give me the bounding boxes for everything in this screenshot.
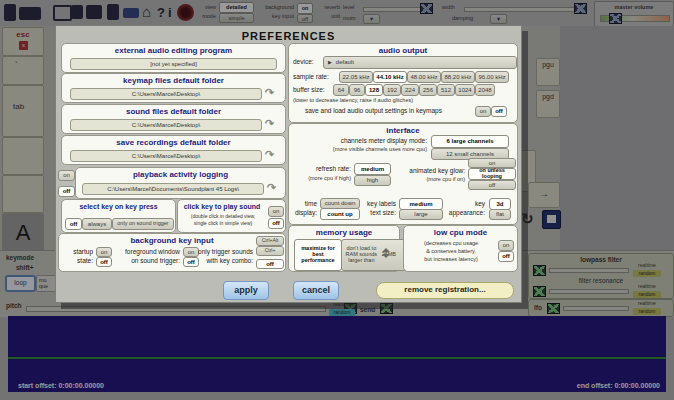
recordings-folder-section: save recordings default folder C:\Users\…: [61, 135, 286, 165]
bki-combo-label-1: only trigger sounds: [193, 248, 253, 255]
memory-dont-load-label: don't load to RAM sounds larger than: [343, 246, 380, 263]
low-cpu-section: low cpu mode (decreases cpu usage & cons…: [403, 225, 518, 272]
labels-large-button[interactable]: large: [399, 209, 443, 220]
click-key-on-button[interactable]: on: [268, 206, 284, 217]
low-cpu-on-button[interactable]: on: [498, 240, 514, 251]
buffer-224-button[interactable]: 224: [401, 84, 419, 96]
sound-folder-field[interactable]: C:\Users\Marcel\Desktop\: [70, 119, 262, 131]
memory-size-stepper[interactable]: [383, 239, 393, 267]
buffer-512-button[interactable]: 512: [437, 84, 455, 96]
buffer-size-label: buffer size:: [293, 86, 325, 93]
buffer-2048-button[interactable]: 2048: [475, 84, 495, 96]
sound-folder-title: sound files default folder: [62, 107, 285, 116]
buffer-64-button[interactable]: 64: [333, 84, 349, 96]
appearance-flat-button[interactable]: flat: [489, 209, 511, 220]
glow-off-button[interactable]: off: [468, 180, 516, 190]
bki-startup-label-2: state:: [61, 257, 93, 264]
interface-section: interface channels meter display mode: (…: [288, 123, 518, 225]
refresh-rate-label: refresh rate:: [291, 165, 351, 172]
key-labels-label-2: text size:: [360, 209, 396, 216]
bki-startup-off-button[interactable]: off: [96, 257, 112, 267]
recordings-folder-title: save recordings default folder: [62, 138, 285, 147]
keymaps-on-button[interactable]: on: [475, 106, 491, 117]
select-key-sound-trigger-button[interactable]: only on sound trigger: [112, 218, 174, 230]
low-cpu-title: low cpu mode: [404, 228, 517, 237]
logging-off-button[interactable]: off: [58, 186, 75, 197]
low-cpu-off-button[interactable]: off: [498, 251, 514, 262]
apply-button[interactable]: apply: [223, 281, 269, 300]
time-count-up-button[interactable]: count up: [320, 208, 360, 220]
select-key-section: select key on key press off always only …: [61, 199, 176, 233]
bg-key-input-section: background key input startup state: on o…: [58, 233, 286, 272]
logging-section: playback activity logging C:\Users\Marce…: [75, 167, 286, 199]
sample-rate-48-button[interactable]: 48.00 kHz: [407, 71, 441, 83]
logging-on-button[interactable]: on: [58, 170, 75, 181]
click-key-off-button[interactable]: off: [268, 218, 284, 229]
select-key-off-button[interactable]: off: [65, 218, 82, 230]
bg-key-input-title: background key input: [59, 236, 285, 245]
device-value: default: [336, 59, 354, 65]
bki-startup-label-1: startup: [61, 248, 93, 255]
key-labels-label-1: key labels: [360, 200, 396, 207]
bki-startup-on-button[interactable]: on: [96, 247, 112, 257]
buffer-256-button[interactable]: 256: [419, 84, 437, 96]
cancel-button[interactable]: cancel: [293, 281, 339, 300]
key-glow-label: animated key glow:: [393, 167, 465, 174]
select-key-title: select key on key press: [62, 203, 175, 210]
external-editor-title: external audio editing program: [62, 46, 285, 55]
sample-rate-88-button[interactable]: 88.20 kHz: [441, 71, 475, 83]
memory-usage-section: memory usage maximize for best performan…: [288, 225, 400, 272]
preferences-dialog: PREFERENCES external audio editing progr…: [55, 25, 522, 303]
buffer-1024-button[interactable]: 1024: [455, 84, 475, 96]
glow-unless-looping-button[interactable]: on unless looping: [468, 168, 516, 180]
sample-rate-96-button[interactable]: 96.00 kHz: [475, 71, 509, 83]
device-dropdown[interactable]: ▶ default: [323, 56, 517, 69]
time-display-label-2: display:: [291, 209, 317, 216]
device-expand-icon: ▶: [328, 60, 332, 65]
keymaps-off-button[interactable]: off: [491, 106, 507, 117]
channels-note: (more visible channels uses more cpu): [291, 146, 427, 152]
click-key-section: click key to play sound (double click in…: [177, 199, 286, 233]
keymap-folder-section: keymap files default folder C:\Users\Mar…: [61, 73, 286, 103]
click-key-title: click key to play sound: [178, 203, 266, 210]
bki-combo-ctrl-button[interactable]: Ctrl+: [256, 246, 284, 256]
interface-title: interface: [289, 126, 517, 135]
sample-rate-44-button[interactable]: 44.10 kHz: [373, 71, 407, 83]
device-label: device:: [293, 58, 314, 65]
logging-browse-icon[interactable]: ↷: [267, 182, 276, 192]
memory-maximize-button[interactable]: maximize for best performance: [294, 239, 342, 271]
keymap-folder-field[interactable]: C:\Users\Marcel\Desktop\: [70, 88, 262, 100]
sound-browse-icon[interactable]: ↷: [265, 118, 274, 128]
keymap-browse-icon[interactable]: ↷: [265, 87, 274, 97]
recordings-browse-icon[interactable]: ↷: [265, 149, 274, 159]
remove-registration-button[interactable]: remove registration...: [376, 282, 514, 299]
bki-fg-label-1: foreground window: [114, 248, 180, 255]
click-key-note-1: (double click in detailed view,: [180, 213, 266, 219]
buffer-128-button[interactable]: 128: [365, 84, 383, 96]
external-editor-section: external audio editing program [not yet …: [61, 43, 286, 73]
dialog-title: PREFERENCES: [56, 30, 521, 42]
soundplant-app: ⌂ ? i view mode detailed simple backgrou…: [0, 0, 674, 400]
buffer-96-button[interactable]: 96: [349, 84, 365, 96]
bki-combo-off-button[interactable]: off: [256, 259, 284, 269]
memory-usage-title: memory usage: [289, 228, 399, 237]
audio-output-title: audio output: [289, 46, 517, 55]
buffer-192-button[interactable]: 192: [383, 84, 401, 96]
bki-combo-ctrl-alt-button[interactable]: Ctrl+Alt: [256, 236, 284, 246]
memory-dont-load-button[interactable]: don't load to RAM sounds larger than 25M…: [341, 239, 407, 271]
external-editor-field[interactable]: [not yet specified]: [70, 58, 277, 70]
logging-title: playback activity logging: [76, 170, 285, 179]
logging-field[interactable]: C:\Users\Marcel\Documents\Soundplant 45 …: [82, 183, 264, 195]
bki-combo-label-2: with key combo:: [193, 257, 253, 264]
refresh-medium-button[interactable]: medium: [354, 163, 391, 175]
recordings-folder-field[interactable]: C:\Users\Marcel\Desktop\: [70, 150, 262, 162]
sound-folder-section: sound files default folder C:\Users\Marc…: [61, 104, 286, 134]
refresh-high-button[interactable]: high: [354, 175, 391, 186]
sample-rate-22-button[interactable]: 22.05 kHz: [339, 71, 373, 83]
channels-6-large-button[interactable]: 6 large channels: [431, 135, 509, 148]
stepper-down-icon[interactable]: [382, 254, 390, 258]
keymap-folder-title: keymap files default folder: [62, 76, 285, 85]
select-key-always-button[interactable]: always: [82, 218, 112, 230]
stepper-up-icon[interactable]: [382, 248, 390, 252]
key-glow-note: (more cpu if on): [393, 176, 465, 182]
